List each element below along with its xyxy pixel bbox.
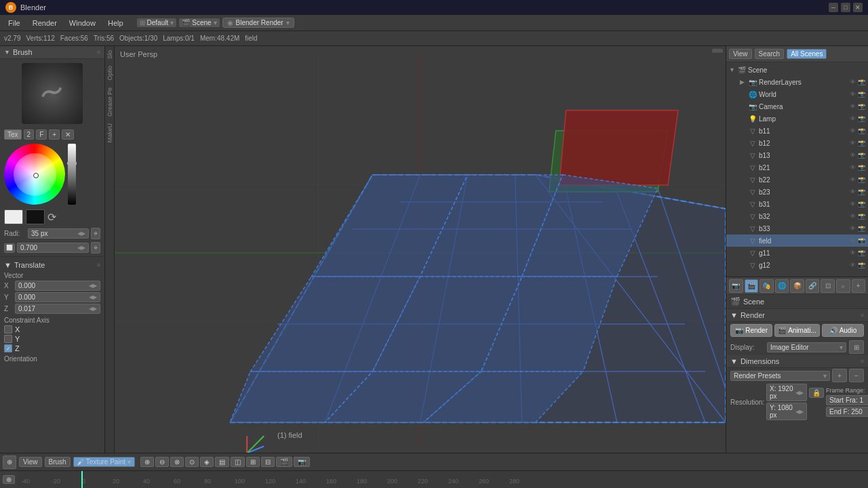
cam-render-icon[interactable]: 📸 <box>857 102 865 110</box>
menu-help[interactable]: Help <box>102 18 129 28</box>
tree-item-camera[interactable]: 📷 Camera 👁 📸 <box>726 100 868 113</box>
prop-btn-scene[interactable]: 🎭 <box>760 279 774 293</box>
rl-render-icon[interactable]: 📸 <box>857 78 865 86</box>
z-input[interactable]: 0.017 ◀▶ <box>15 304 100 314</box>
close-button[interactable]: ✕ <box>853 3 863 12</box>
scene-badge[interactable]: 🎬 Scene ▾ <box>179 18 219 27</box>
vp-tool-6[interactable]: ▤ <box>215 457 229 467</box>
menu-file[interactable]: File <box>3 18 26 28</box>
vp-tool-5[interactable]: ◈ <box>200 457 214 467</box>
render-section-menu[interactable]: ≡ <box>861 312 864 319</box>
engine-select[interactable]: ◉ Blender Render ▾ <box>222 18 294 28</box>
y-input[interactable]: 0.000 ◀▶ <box>15 292 100 302</box>
brush-opt-add[interactable]: + <box>49 129 60 140</box>
strength-icon-btn[interactable]: ⌖ <box>91 242 100 253</box>
prop-btn-data[interactable]: ⊡ <box>821 279 835 293</box>
presets-add-btn[interactable]: + <box>832 369 847 382</box>
x-input[interactable]: 0.000 ◀▶ <box>15 281 100 291</box>
dimensions-section-header[interactable]: ▼ Dimensions ≡ <box>726 355 868 368</box>
end-fra-input[interactable]: End F: 250 ◀▶ <box>826 407 868 417</box>
tree-item-b13[interactable]: ▽ b13 👁 📸 <box>726 149 868 161</box>
outliner-view-btn[interactable]: View <box>729 49 752 59</box>
tree-item-b22[interactable]: ▽ b22 👁 📸 <box>726 174 868 186</box>
res-x-lock[interactable]: 🔒 <box>809 388 824 398</box>
constraint-x-checkbox[interactable] <box>4 325 12 333</box>
vp-tool-10[interactable]: 🎬 <box>276 457 292 467</box>
side-tab-make[interactable]: MakeU <box>105 121 114 146</box>
menu-window[interactable]: Window <box>64 18 101 28</box>
tree-item-renderlayers[interactable]: ▶ 📷 RenderLayers 👁 📸 <box>726 76 868 88</box>
tree-item-b32[interactable]: ▽ b32 👁 📸 <box>726 210 868 222</box>
vp-tool-11[interactable]: 📷 <box>294 457 310 467</box>
side-tab-grease[interactable]: Grease Pe <box>105 85 114 119</box>
vp-tool-9[interactable]: ⊟ <box>261 457 275 467</box>
tree-item-g11[interactable]: ▽ g11 👁 📸 <box>726 247 868 259</box>
vp-tool-4[interactable]: ⊙ <box>185 457 199 467</box>
mode-brush-btn[interactable]: Brush <box>45 457 71 467</box>
prop-btn-world[interactable]: 🌐 <box>775 279 789 293</box>
side-tab-vert[interactable]: Slo <box>105 47 114 62</box>
res-y-input[interactable]: Y: 1080 px ◀▶ <box>766 403 807 420</box>
prop-btn-object[interactable]: 📦 <box>790 279 804 293</box>
render-btn-audio[interactable]: 🔊 Audio <box>822 324 864 337</box>
presets-remove-btn[interactable]: − <box>849 369 864 382</box>
prop-btn-plus[interactable]: + <box>852 279 866 293</box>
start-fra-input[interactable]: Start Fra: 1 ◀▶ <box>826 395 868 405</box>
mode-paint-btn[interactable]: 🖌 Texture Paint ▾ <box>73 457 135 467</box>
minimize-button[interactable]: ─ <box>829 3 838 12</box>
brush-opt-close[interactable]: ✕ <box>62 129 74 140</box>
rl-vis-icon[interactable]: 👁 <box>848 78 856 86</box>
swatch-white[interactable] <box>4 209 23 224</box>
tree-item-lamp[interactable]: 💡 Lamp 👁 📸 <box>726 113 868 125</box>
outliner-search-btn[interactable]: Search <box>755 49 785 59</box>
render-presets-input[interactable]: Render Presets ▾ <box>730 371 830 381</box>
tl-icon-btn[interactable]: ⊕ <box>3 475 15 484</box>
vp-tool-7[interactable]: ◫ <box>231 457 245 467</box>
brush-opt-tex[interactable]: Tex <box>4 129 22 140</box>
cam-vis-icon[interactable]: 👁 <box>848 102 856 110</box>
tree-item-g12[interactable]: ▽ g12 👁 📸 <box>726 259 868 271</box>
tree-item-b33[interactable]: ▽ b33 👁 📸 <box>726 222 868 235</box>
color-wheel[interactable] <box>4 144 65 205</box>
mode-view-btn[interactable]: View <box>19 457 42 467</box>
prop-btn-constraints[interactable]: 🔗 <box>806 279 820 293</box>
tree-item-b11[interactable]: ▽ b11 👁 📸 <box>726 125 868 137</box>
world-render-icon[interactable]: 📸 <box>857 90 865 98</box>
tree-item-world[interactable]: 🌐 World 👁 📸 <box>726 88 868 100</box>
display-extra-btn[interactable]: ⊞ <box>849 340 864 354</box>
radius-field[interactable]: 35 px ◀▶ <box>28 228 89 239</box>
lamp-vis-icon[interactable]: 👁 <box>848 115 856 123</box>
vp-tool-8[interactable]: ⊞ <box>246 457 260 467</box>
tree-item-field[interactable]: ▽ field 👁 📸 <box>726 235 868 247</box>
lamp-render-icon[interactable]: 📸 <box>857 115 865 123</box>
swatch-black[interactable] <box>26 209 45 224</box>
tree-item-b31[interactable]: ▽ b31 👁 📸 <box>726 198 868 210</box>
side-tab-options[interactable]: Optio <box>105 63 114 83</box>
mode-icon-btn[interactable]: ⊕ <box>3 455 16 469</box>
prop-btn-camera[interactable]: 📷 <box>729 279 743 293</box>
tree-item-scene[interactable]: ▼ 🎬 Scene <box>726 64 868 76</box>
swatch-reset-icon[interactable]: ⟳ <box>47 211 56 224</box>
vp-tool-2[interactable]: ⊖ <box>155 457 169 467</box>
brush-opt-f[interactable]: F <box>36 129 47 140</box>
res-x-input[interactable]: X: 1920 px ◀▶ <box>766 384 807 401</box>
vp-tool-1[interactable]: ⊕ <box>140 457 154 467</box>
dim-section-menu[interactable]: ≡ <box>861 358 864 365</box>
brush-menu-icon[interactable]: ≡ <box>97 49 100 56</box>
constraint-z-checkbox[interactable]: ✓ <box>4 344 12 352</box>
translate-title[interactable]: ▼ Translate ≡ <box>4 261 100 269</box>
prop-btn-material[interactable]: ⬦ <box>836 279 850 293</box>
timeline-ruler[interactable]: -40 -20 0 20 40 60 80 100 120 140 160 18… <box>18 471 868 489</box>
render-btn-anim[interactable]: 🎬 Animati... <box>774 324 820 337</box>
world-vis-icon[interactable]: 👁 <box>848 90 856 98</box>
render-btn-render[interactable]: 📷 Render <box>730 324 772 337</box>
brightness-slider[interactable] <box>68 144 76 205</box>
display-select[interactable]: Image Editor ▾ <box>767 342 846 352</box>
radius-icon-btn[interactable]: ⌖ <box>91 228 100 239</box>
strength-field[interactable]: 0.700 ◀▶ <box>17 243 89 253</box>
constraint-y-checkbox[interactable] <box>4 335 12 343</box>
brush-panel-header[interactable]: ▼ Brush ≡ <box>0 46 104 59</box>
tree-item-b12[interactable]: ▽ b12 👁 📸 <box>726 137 868 149</box>
tree-item-b21[interactable]: ▽ b21 👁 📸 <box>726 161 868 174</box>
vp-tool-3[interactable]: ⊗ <box>170 457 184 467</box>
